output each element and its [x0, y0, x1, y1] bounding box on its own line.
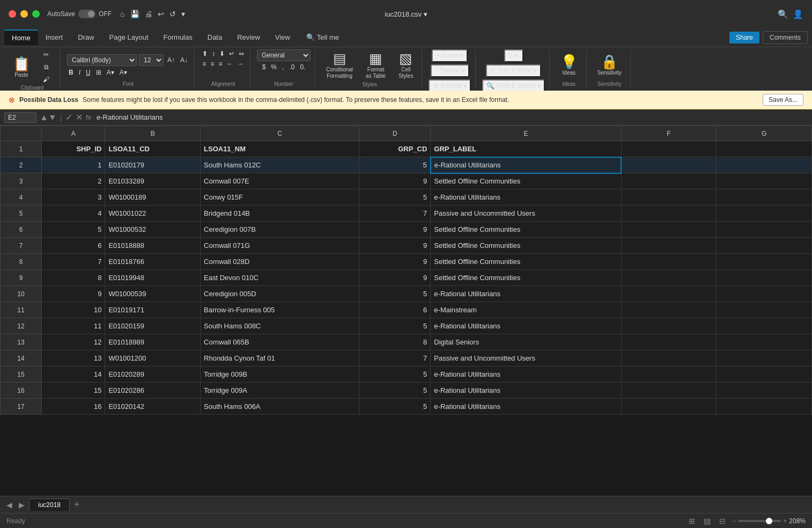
undo-icon[interactable]: ↩: [158, 10, 164, 18]
cell-g7[interactable]: [717, 238, 812, 254]
border-button[interactable]: ⊞: [94, 68, 103, 77]
cell-d8[interactable]: 9: [359, 254, 431, 270]
font-color-button[interactable]: A▾: [118, 68, 129, 77]
align-middle-button[interactable]: ↕: [210, 49, 217, 58]
ideas-button[interactable]: 💡 Ideas: [556, 53, 582, 78]
cell-c17[interactable]: South Hams 006A: [201, 399, 359, 415]
cell-e9[interactable]: Settled Offline Communities: [431, 270, 621, 286]
cell-b3[interactable]: E01033289: [105, 173, 201, 189]
tab-draw[interactable]: Draw: [70, 30, 101, 45]
cell-a10[interactable]: 9: [41, 286, 105, 302]
cell-f4[interactable]: [621, 189, 717, 206]
comma-button[interactable]: ,: [280, 63, 285, 71]
cell-f9[interactable]: [621, 270, 717, 286]
cell-f7[interactable]: [621, 238, 717, 254]
minimize-button[interactable]: [20, 10, 28, 18]
cell-b16[interactable]: E01020286: [105, 383, 201, 399]
format-table-button[interactable]: ▦ Formatas Table: [361, 49, 390, 82]
page-break-view-button[interactable]: ⊟: [717, 516, 728, 526]
cell-d10[interactable]: 5: [359, 286, 431, 302]
wrap-text-button[interactable]: ↵: [227, 49, 236, 58]
cell-b15[interactable]: E01020289: [105, 366, 201, 383]
cell-g16[interactable]: [717, 383, 812, 399]
cut-button[interactable]: ✂: [36, 49, 56, 60]
cell-a4[interactable]: 3: [41, 189, 105, 206]
cell-g17[interactable]: [717, 399, 812, 415]
merge-center-button[interactable]: ⇔: [237, 49, 246, 58]
cell-f14[interactable]: [621, 350, 717, 366]
paste-button[interactable]: 📋 Paste: [9, 55, 34, 80]
cell-e15[interactable]: e-Rational Utilitarians: [431, 366, 621, 383]
cell-b5[interactable]: W01001022: [105, 206, 201, 222]
close-button[interactable]: [9, 10, 16, 18]
font-family-select[interactable]: Calibri (Body): [67, 54, 137, 66]
formula-input[interactable]: [94, 112, 808, 122]
cell-a11[interactable]: 10: [41, 302, 105, 318]
cell-f2[interactable]: [621, 157, 717, 173]
bold-button[interactable]: B: [67, 68, 75, 77]
cell-d5[interactable]: 7: [359, 206, 431, 222]
cell-c11[interactable]: Barrow-in-Furness 005: [201, 302, 359, 318]
tab-insert[interactable]: Insert: [38, 30, 71, 45]
cell-reference-box[interactable]: [4, 112, 36, 123]
cell-c12[interactable]: South Hams 008C: [201, 318, 359, 334]
sheet-nav-right[interactable]: ▶: [17, 501, 27, 509]
normal-view-button[interactable]: ⊞: [686, 516, 697, 526]
col-header-c[interactable]: C: [201, 126, 359, 141]
cell-a15[interactable]: 14: [41, 366, 105, 383]
autosave-toggle[interactable]: [78, 10, 95, 18]
cell-g8[interactable]: [717, 254, 812, 270]
cell-c7[interactable]: Cornwall 071G: [201, 238, 359, 254]
sheet-nav-left[interactable]: ◀: [4, 501, 14, 509]
cell-f5[interactable]: [621, 206, 717, 222]
cell-g10[interactable]: [717, 286, 812, 302]
autosum-button[interactable]: Σ ▾: [504, 49, 523, 62]
profile-icon[interactable]: 👤: [793, 9, 803, 19]
cell-b14[interactable]: W01001200: [105, 350, 201, 366]
cell-c13[interactable]: Cornwall 065B: [201, 334, 359, 350]
tab-data[interactable]: Data: [200, 30, 230, 45]
align-right-button[interactable]: ≡: [217, 60, 224, 68]
cell-e14[interactable]: Passive and Uncommitted Users: [431, 350, 621, 366]
cell-b4[interactable]: W01000189: [105, 189, 201, 206]
cell-g4[interactable]: [717, 189, 812, 206]
cell-f6[interactable]: [621, 222, 717, 238]
cell-a8[interactable]: 7: [41, 254, 105, 270]
cell-g14[interactable]: [717, 350, 812, 366]
cell-f1[interactable]: [621, 141, 717, 157]
comments-button[interactable]: Comments: [763, 31, 808, 44]
cell-a1[interactable]: SHP_ID: [41, 141, 105, 157]
cell-a5[interactable]: 4: [41, 206, 105, 222]
cell-f8[interactable]: [621, 254, 717, 270]
cell-c5[interactable]: Bridgend 014B: [201, 206, 359, 222]
decrease-indent-button[interactable]: ←: [225, 60, 235, 68]
tab-review[interactable]: Review: [230, 30, 268, 45]
cell-c6[interactable]: Ceredigion 007B: [201, 222, 359, 238]
sheet-tab-iuc2018[interactable]: iuc2018: [29, 498, 70, 511]
cell-e10[interactable]: e-Rational Utilitarians: [431, 286, 621, 302]
number-format-select[interactable]: General: [257, 49, 311, 61]
col-header-g[interactable]: G: [717, 126, 812, 141]
cell-b2[interactable]: E01020179: [105, 157, 201, 173]
cell-b6[interactable]: W01000532: [105, 222, 201, 238]
fill-color-button[interactable]: A▾: [105, 68, 116, 77]
cell-c4[interactable]: Conwy 015F: [201, 189, 359, 206]
col-header-a[interactable]: A: [41, 126, 105, 141]
sensitivity-button[interactable]: 🔒 Sensitivity: [593, 53, 626, 78]
cell-d11[interactable]: 6: [359, 302, 431, 318]
cell-e7[interactable]: Settled Offline Communities: [431, 238, 621, 254]
cell-e17[interactable]: e-Rational Utilitarians: [431, 399, 621, 415]
italic-button[interactable]: I: [77, 68, 82, 77]
cell-f11[interactable]: [621, 302, 717, 318]
cell-f13[interactable]: [621, 334, 717, 350]
cell-b9[interactable]: E01019948: [105, 270, 201, 286]
cell-a16[interactable]: 15: [41, 383, 105, 399]
cell-e8[interactable]: Settled Offline Communities: [431, 254, 621, 270]
cell-d1[interactable]: GRP_CD: [359, 141, 431, 157]
cell-f17[interactable]: [621, 399, 717, 415]
cell-a9[interactable]: 8: [41, 270, 105, 286]
maximize-button[interactable]: [32, 10, 40, 18]
cell-d13[interactable]: 8: [359, 334, 431, 350]
cell-e12[interactable]: e-Rational Utilitarians: [431, 318, 621, 334]
zoom-in-button[interactable]: +: [783, 517, 787, 525]
